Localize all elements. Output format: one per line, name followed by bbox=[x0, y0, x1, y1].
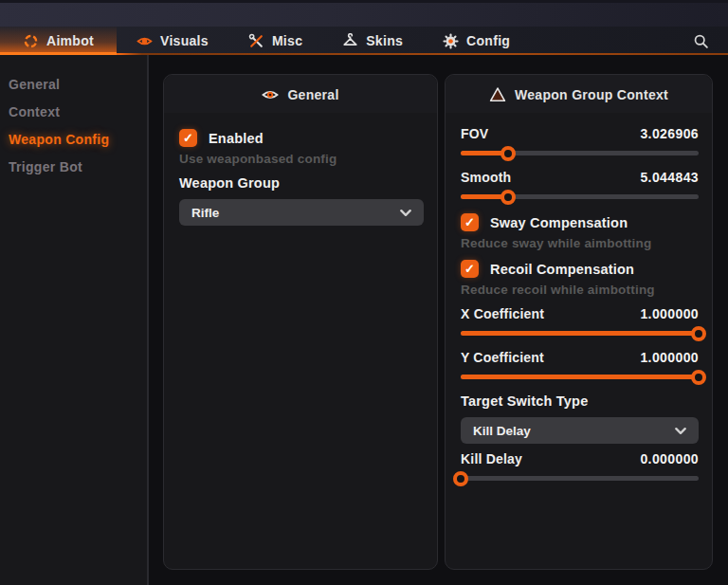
y-coefficient-label: Y Coefficient bbox=[461, 350, 544, 365]
window-title-bar bbox=[0, 0, 728, 27]
slider-handle[interactable] bbox=[453, 471, 468, 486]
enabled-subtitle: Use weaponbased config bbox=[179, 152, 424, 166]
kill-delay-slider-row: Kill Delay 0.000000 bbox=[461, 451, 699, 481]
weapon-group-label: Weapon Group bbox=[179, 175, 424, 191]
eye-icon bbox=[262, 86, 279, 103]
recoil-subtitle: Reduce recoil while aimbotting bbox=[461, 283, 699, 297]
warning-triangle-icon bbox=[489, 86, 506, 103]
x-coefficient-value: 1.000000 bbox=[640, 306, 699, 321]
general-panel-header: General bbox=[164, 75, 437, 113]
tab-label: Skins bbox=[366, 33, 403, 48]
fov-label: FOV bbox=[461, 126, 488, 141]
weapon-group-context-panel: Weapon Group Context FOV 3.026906 Smooth… bbox=[445, 74, 713, 570]
slider-fill bbox=[461, 331, 699, 336]
tab-aimbot[interactable]: Aimbot bbox=[0, 27, 117, 55]
target-switch-type-label: Target Switch Type bbox=[461, 393, 699, 409]
smooth-label: Smooth bbox=[461, 170, 511, 185]
check-icon: ✓ bbox=[464, 263, 475, 275]
main-content: General ✓ Enabled Use weaponbased config… bbox=[151, 55, 728, 585]
x-coefficient-slider-row: X Coefficient 1.000000 bbox=[461, 306, 699, 336]
sway-row: ✓ Sway Compensation bbox=[461, 213, 699, 231]
smooth-value: 5.044843 bbox=[640, 170, 699, 185]
tab-label: Visuals bbox=[160, 33, 209, 48]
recoil-checkbox[interactable]: ✓ bbox=[461, 260, 479, 278]
tab-label: Config bbox=[466, 33, 510, 48]
sway-checkbox[interactable]: ✓ bbox=[461, 213, 479, 231]
general-panel: General ✓ Enabled Use weaponbased config… bbox=[163, 74, 438, 570]
weapon-group-select[interactable]: Rifle bbox=[179, 199, 424, 226]
kill-delay-slider[interactable] bbox=[461, 476, 699, 481]
select-value: Kill Delay bbox=[473, 424, 531, 438]
sidebar-item-weapon-config[interactable]: Weapon Config bbox=[0, 125, 147, 153]
enabled-label: Enabled bbox=[209, 131, 264, 146]
slider-handle[interactable] bbox=[691, 326, 706, 341]
tools-icon bbox=[248, 33, 264, 49]
search-icon[interactable] bbox=[693, 33, 709, 49]
slider-handle[interactable] bbox=[691, 370, 706, 385]
sidebar-item-context[interactable]: Context bbox=[0, 98, 147, 125]
sway-label: Sway Compensation bbox=[490, 215, 628, 230]
smooth-slider-row: Smooth 5.044843 bbox=[461, 170, 699, 199]
tab-label: Misc bbox=[272, 33, 302, 48]
recoil-label: Recoil Compensation bbox=[490, 262, 634, 277]
tab-misc[interactable]: Misc bbox=[228, 27, 322, 55]
smooth-slider[interactable] bbox=[461, 194, 699, 199]
select-value: Rifle bbox=[191, 206, 219, 220]
check-icon: ✓ bbox=[183, 132, 193, 144]
main-tabbar: Aimbot Visuals Misc Skins bbox=[0, 27, 728, 55]
panel-title: Weapon Group Context bbox=[515, 87, 668, 102]
slider-handle[interactable] bbox=[500, 190, 516, 205]
x-coefficient-label: X Coefficient bbox=[461, 306, 544, 321]
enabled-row: ✓ Enabled bbox=[179, 129, 424, 147]
check-icon: ✓ bbox=[464, 216, 475, 229]
y-coefficient-slider[interactable] bbox=[461, 375, 699, 379]
chevron-down-icon bbox=[400, 210, 411, 216]
gear-icon bbox=[443, 33, 459, 49]
y-coefficient-value: 1.000000 bbox=[640, 350, 699, 365]
tab-skins[interactable]: Skins bbox=[322, 27, 423, 55]
tab-visuals[interactable]: Visuals bbox=[117, 27, 228, 55]
fov-slider-row: FOV 3.026906 bbox=[461, 126, 699, 155]
slider-handle[interactable] bbox=[500, 146, 516, 161]
tab-config[interactable]: Config bbox=[423, 27, 530, 55]
sidebar: General Context Weapon Config Trigger Bo… bbox=[0, 55, 149, 585]
tab-label: Aimbot bbox=[46, 33, 94, 48]
recoil-row: ✓ Recoil Compensation bbox=[461, 260, 699, 278]
kill-delay-value: 0.000000 bbox=[640, 451, 699, 466]
sidebar-item-trigger-bot[interactable]: Trigger Bot bbox=[0, 153, 147, 180]
context-panel-header: Weapon Group Context bbox=[446, 75, 712, 113]
y-coefficient-slider-row: Y Coefficient 1.000000 bbox=[461, 350, 699, 379]
kill-delay-label: Kill Delay bbox=[461, 451, 522, 466]
fov-slider[interactable] bbox=[461, 151, 699, 155]
eye-icon bbox=[136, 33, 153, 49]
crosshair-icon bbox=[23, 33, 39, 49]
target-switch-type-select[interactable]: Kill Delay bbox=[461, 417, 699, 444]
sidebar-item-general[interactable]: General bbox=[0, 70, 147, 98]
enabled-checkbox[interactable]: ✓ bbox=[179, 129, 197, 147]
sway-subtitle: Reduce sway while aimbotting bbox=[461, 236, 699, 250]
panel-title: General bbox=[287, 87, 338, 102]
hanger-icon bbox=[342, 33, 358, 49]
chevron-down-icon bbox=[675, 428, 686, 434]
fov-value: 3.026906 bbox=[640, 126, 699, 141]
slider-fill bbox=[461, 375, 699, 379]
x-coefficient-slider[interactable] bbox=[461, 331, 699, 336]
